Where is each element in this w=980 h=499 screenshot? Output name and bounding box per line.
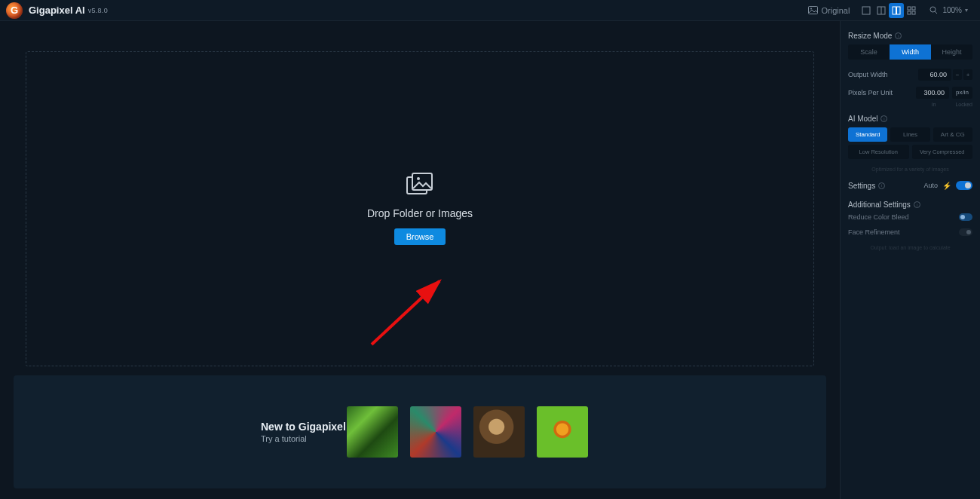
view-grid-button[interactable] — [904, 3, 919, 18]
svg-rect-9 — [908, 11, 911, 14]
resize-mode-height[interactable]: Height — [931, 44, 972, 60]
bolt-icon: ⚡ — [942, 182, 951, 190]
tutorial-thumb-2[interactable] — [410, 406, 461, 458]
locked-hint: Locked — [955, 102, 972, 107]
dropzone[interactable]: Drop Folder or Images Browse — [26, 51, 814, 366]
resize-mode-scale[interactable]: Scale — [848, 44, 890, 60]
info-icon[interactable]: i — [895, 32, 902, 39]
svg-point-1 — [810, 8, 812, 10]
face-refine-label: Face Refinement — [848, 228, 900, 236]
view-side-icon — [892, 6, 901, 15]
auto-label: Auto — [923, 182, 938, 189]
settings-panel: Resize Modei Scale Width Height Output W… — [840, 21, 980, 499]
view-grid-icon — [907, 6, 916, 15]
app-logo: G — [6, 2, 23, 19]
svg-rect-10 — [912, 11, 915, 14]
original-label: Original — [822, 6, 850, 15]
view-split-icon — [877, 6, 886, 15]
view-side-button[interactable] — [889, 3, 904, 18]
output-width-input[interactable] — [918, 69, 951, 81]
view-single-button[interactable] — [859, 3, 874, 18]
original-preview-button[interactable]: Original — [808, 6, 850, 15]
model-note: Optimized for a variety of images — [848, 167, 972, 172]
output-width-label: Output Width — [848, 71, 888, 78]
additional-settings-label: Additional Settingsi — [848, 201, 972, 209]
face-refine-toggle[interactable] — [959, 228, 972, 236]
settings-label: Settingsi — [848, 182, 885, 190]
svg-rect-5 — [893, 7, 896, 14]
svg-line-12 — [936, 11, 938, 14]
view-single-icon — [862, 6, 871, 15]
model-lines[interactable]: Lines — [890, 127, 929, 142]
output-note: Output: load an image to calculate — [848, 245, 972, 250]
info-icon[interactable]: i — [878, 182, 885, 189]
main-area: Drop Folder or Images Browse New to Giga… — [0, 21, 840, 499]
svg-rect-14 — [412, 173, 432, 190]
tutorial-strip: New to Gigapixel AI? Try a tutorial — [14, 375, 826, 488]
zoom-control[interactable]: 100% ▾ — [929, 6, 968, 14]
svg-rect-2 — [862, 7, 870, 14]
chevron-down-icon: ▾ — [965, 7, 968, 14]
view-mode-group — [859, 3, 919, 18]
tutorial-thumb-3[interactable] — [473, 406, 525, 458]
model-low-res[interactable]: Low Resolution — [848, 145, 909, 159]
model-very-compressed[interactable]: Very Compressed — [912, 145, 973, 159]
svg-rect-8 — [912, 7, 915, 10]
tutorial-thumb-4[interactable] — [537, 406, 588, 458]
top-bar: G Gigapixel AI v5.8.0 Original 100% ▾ — [0, 0, 980, 21]
search-icon — [929, 6, 938, 14]
ppu-input[interactable] — [916, 87, 949, 99]
info-icon[interactable]: i — [914, 201, 920, 208]
app-version: v5.8.0 — [88, 7, 108, 14]
resize-mode-label: Resize Modei — [848, 32, 972, 40]
info-icon[interactable]: i — [880, 115, 887, 122]
resize-mode-segmented: Scale Width Height — [848, 44, 972, 60]
ppu-unit[interactable]: px/in — [952, 87, 972, 99]
model-standard[interactable]: Standard — [848, 127, 887, 142]
resize-mode-width[interactable]: Width — [890, 44, 931, 60]
tutorial-thumb-1[interactable] — [347, 406, 398, 458]
svg-line-16 — [372, 281, 439, 344]
annotation-arrow — [370, 275, 453, 351]
view-split-button[interactable] — [874, 3, 889, 18]
browse-button[interactable]: Browse — [394, 228, 446, 245]
width-increment[interactable]: + — [963, 69, 972, 80]
svg-point-11 — [930, 7, 936, 12]
reduce-color-toggle[interactable] — [959, 213, 972, 221]
reduce-color-label: Reduce Color Bleed — [848, 213, 909, 221]
unit-hint: in — [932, 102, 936, 107]
app-title: Gigapixel AI — [29, 5, 85, 16]
width-decrement[interactable]: − — [953, 69, 962, 80]
image-icon — [808, 6, 818, 14]
images-icon — [406, 173, 433, 198]
svg-rect-0 — [808, 7, 817, 14]
zoom-value: 100% — [942, 6, 962, 14]
dropzone-text: Drop Folder or Images — [367, 207, 473, 219]
svg-rect-7 — [908, 7, 911, 10]
ai-model-label: AI Modeli — [848, 115, 972, 123]
svg-rect-6 — [897, 7, 901, 14]
ppu-label: Pixels Per Unit — [848, 89, 893, 96]
svg-point-15 — [417, 177, 420, 180]
auto-toggle[interactable] — [956, 181, 972, 190]
model-art-cg[interactable]: Art & CG — [933, 127, 972, 142]
